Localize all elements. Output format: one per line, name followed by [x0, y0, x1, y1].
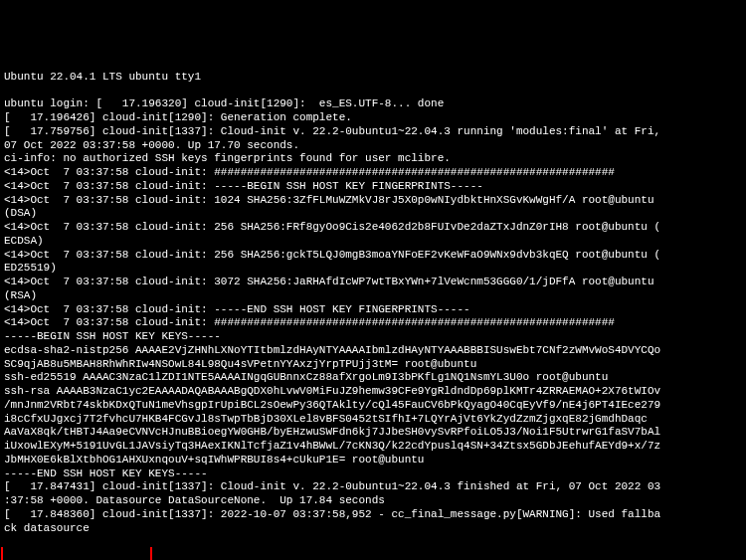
log-line: SC9qjAB8u5MBAH8RhWhRIw4NSOwL84L98Qu4sVPe…	[4, 358, 742, 372]
log-line: (RSA)	[4, 289, 742, 303]
log-line: <14>Oct 7 03:37:58 cloud-init: 256 SHA25…	[4, 249, 742, 263]
log-line: <14>Oct 7 03:37:58 cloud-init: -----END …	[4, 303, 742, 317]
log-line: ssh-ed25519 AAAAC3NzaC1lZDI1NTE5AAAAINgq…	[4, 371, 742, 385]
log-line: iUxowlEXyM+5191UvGL1JAVsiyTq3HAexIKNlTcf…	[4, 440, 742, 454]
login-highlight: ubuntu login: mclibre Password:	[1, 547, 152, 560]
log-line: -----END SSH HOST KEY KEYS-----	[4, 467, 742, 481]
boot-log: ubuntu login: [ 17.196320] cloud-init[12…	[4, 97, 742, 535]
system-header: Ubuntu 22.04.1 LTS ubuntu tty1	[4, 71, 742, 85]
log-line: <14>Oct 7 03:37:58 cloud-init: 256 SHA25…	[4, 221, 742, 235]
terminal-output: Ubuntu 22.04.1 LTS ubuntu tty1 ubuntu lo…	[0, 55, 746, 560]
log-line: <14>Oct 7 03:37:58 cloud-init: 3072 SHA2…	[4, 276, 742, 289]
log-line: ubuntu login: [ 17.196320] cloud-init[12…	[4, 97, 742, 111]
log-line: <14>Oct 7 03:37:58 cloud-init: #########…	[4, 316, 742, 330]
log-line: <14>Oct 7 03:37:58 cloud-init: -----BEGI…	[4, 180, 742, 194]
log-line: i8cCfxUJgxcj7T2fvhcU7HKB4FCGvJl8sTwpTbBj…	[4, 413, 742, 427]
log-line: [ 17.196426] cloud-init[1290]: Generatio…	[4, 111, 742, 125]
log-line: <14>Oct 7 03:37:58 cloud-init: #########…	[4, 166, 742, 180]
log-line: ck datasource	[4, 522, 742, 536]
log-line: 07 Oct 2022 03:37:58 +0000. Up 17.70 sec…	[4, 139, 742, 153]
log-line: -----BEGIN SSH HOST KEY KEYS-----	[4, 330, 742, 344]
log-line: :37:58 +0000. Datasource DataSourceNone.…	[4, 494, 742, 508]
log-line: ssh-rsa AAAAB3NzaC1yc2EAAAADAQABAAABgQDX…	[4, 385, 742, 399]
log-line: [ 17.848360] cloud-init[1337]: 2022-10-0…	[4, 508, 742, 522]
log-line: /mnJnm2VRbt74skbKDxQTuN1meVhsgpIrUpiBCL2…	[4, 399, 742, 413]
log-line: (DSA)	[4, 207, 742, 221]
log-line: [ 17.759756] cloud-init[1337]: Cloud-ini…	[4, 125, 742, 139]
log-line: ci-info: no authorized SSH keys fingerpr…	[4, 152, 742, 166]
log-line: ED25519)	[4, 262, 742, 276]
log-line: AaVaX8qk/tHBTJ4Aa9eCVNVcHJnuBBioegYW0GHB…	[4, 426, 742, 440]
log-line: ecdsa-sha2-nistp256 AAAAE2VjZHNhLXNoYTIt…	[4, 344, 742, 358]
log-line: [ 17.847431] cloud-init[1337]: Cloud-ini…	[4, 480, 742, 494]
log-line: <14>Oct 7 03:37:58 cloud-init: 1024 SHA2…	[4, 194, 742, 208]
log-line: ECDSA)	[4, 235, 742, 249]
log-line: JbMHX0E6kBlXtbhOG1AHXUxnqouV+sqIWhWPRBUI…	[4, 454, 742, 467]
